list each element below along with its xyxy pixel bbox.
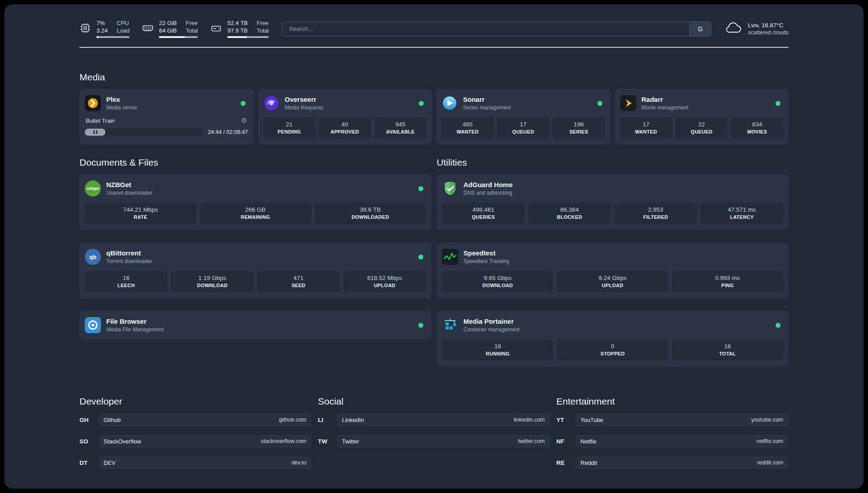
status-dot <box>418 323 423 328</box>
stat-label: PENDING <box>266 129 313 134</box>
youtube-icon: YT <box>556 417 575 423</box>
portainer-icon <box>442 317 458 333</box>
section-title-utilities: Utilities <box>437 157 789 168</box>
app-card-filebrowser[interactable]: File Browser Media File Management <box>79 311 431 339</box>
stat-tile: 39.6 TB DOWNLOADED <box>315 203 426 224</box>
memory-widget: 22 GiB Free 64 GiB Total <box>142 20 198 38</box>
stat-tile: 266 GB REMAINING <box>200 203 311 224</box>
disk-progress-bar <box>227 36 269 38</box>
stat-value: 2,953 <box>617 206 694 213</box>
stat-tile: 471 SEED <box>257 271 340 292</box>
link-dev[interactable]: DEV dev.to <box>98 456 312 469</box>
app-subtitle: Movie management <box>642 104 771 111</box>
app-card-speedtest[interactable]: Speedtest Speedtest Tracking 9.65 Gbps D… <box>437 242 789 298</box>
app-name: qBittorrent <box>106 249 413 257</box>
stat-value: 47.571 ms <box>703 206 780 213</box>
app-card-portainer[interactable]: Media Portainer Container management 16 … <box>437 311 789 367</box>
stat-label: MOVIES <box>734 129 781 134</box>
app-card-plex[interactable]: Plex Media server Bullet Train ⚙ 24:44 <box>79 89 254 145</box>
search-engine-button[interactable]: G <box>689 22 711 36</box>
playback-progress-bar[interactable] <box>85 129 202 136</box>
link-netflix[interactable]: Netflix netflix.com <box>575 435 789 448</box>
link-reddit[interactable]: Reddit reddit.com <box>575 456 789 469</box>
app-name: Speedtest <box>463 249 783 257</box>
developer-links-section: Developer GH Github github.com SO StackO… <box>79 396 312 469</box>
stat-label: AVAILABLE <box>377 129 424 134</box>
app-subtitle: Media Requests <box>285 104 414 111</box>
stat-label: TOTAL <box>675 351 780 356</box>
stat-value: 16 <box>445 343 551 350</box>
app-card-sonarr[interactable]: Sonarr Series management 485 WANTED 17 Q… <box>436 89 610 145</box>
app-card-overseerr[interactable]: Overseerr Media Requests 21 PENDING 40 A… <box>258 89 432 145</box>
link-twitter[interactable]: Twitter twitter.com <box>337 435 550 448</box>
search-input[interactable] <box>283 22 689 36</box>
app-name: Radarr <box>642 96 771 103</box>
documents-section: Documents & Files nzbget NZBGet Usenet d… <box>79 157 431 367</box>
link-youtube[interactable]: YouTube youtube.com <box>575 413 789 426</box>
memory-total-value: 64 GiB <box>159 27 177 34</box>
pause-icon[interactable] <box>85 129 105 136</box>
memory-free-value: 22 GiB <box>159 20 177 26</box>
section-title-social: Social <box>318 396 550 407</box>
stat-tile: 17 WANTED <box>620 117 672 138</box>
disk-total-value: 97.9 TB <box>227 27 247 34</box>
stat-tile: 945 AVAILABLE <box>375 117 427 138</box>
topbar: 7% CPU 3.24 Load 22 <box>79 20 789 38</box>
cpu-usage-label: CPU <box>117 20 129 26</box>
status-dot <box>597 101 602 106</box>
stat-label: QUERIES <box>445 214 522 220</box>
cpu-icon <box>79 20 91 34</box>
stat-value: 498,461 <box>445 206 522 213</box>
app-card-nzbget[interactable]: nzbget NZBGet Usenet downloader 744.21 M… <box>79 174 431 230</box>
netflix-icon: NF <box>556 438 575 445</box>
stat-tile: 2,953 FILTERED <box>614 203 697 224</box>
stat-tile: 86,384 BLOCKED <box>528 203 611 224</box>
stat-label: SEED <box>260 283 337 288</box>
stat-label: LATENCY <box>703 214 780 220</box>
stat-tile: 618.52 Mbps UPLOAD <box>343 271 426 292</box>
stat-tile: 0 STOPPED <box>557 339 668 360</box>
stat-tile: 16 TOTAL <box>672 339 783 360</box>
disk-icon <box>210 20 222 34</box>
link-item-github: GH Github github.com <box>79 413 312 426</box>
app-card-qbittorrent[interactable]: qb qBittorrent Torrent downloader 16 LEE… <box>79 242 431 298</box>
stat-value: 17 <box>500 121 547 128</box>
stat-value: 834 <box>734 121 781 128</box>
stat-tile: 0.993 ms PING <box>672 271 783 292</box>
link-stackoverflow[interactable]: StackOverflow stackoverflow.com <box>98 435 312 448</box>
now-playing-widget: Bullet Train ⚙ 24:44 / 02:06:47 <box>85 117 248 136</box>
stat-value: 40 <box>321 121 368 128</box>
stat-value: 22 <box>678 121 725 128</box>
cpu-usage-value: 7% <box>96 20 108 26</box>
link-item-twitter: TW Twitter twitter.com <box>318 435 550 448</box>
link-item-dev: DT DEV dev.to <box>79 456 312 469</box>
app-name: Overseerr <box>285 96 414 103</box>
link-item-stackoverflow: SO StackOverflow stackoverflow.com <box>79 435 312 448</box>
stat-label: STOPPED <box>559 351 665 356</box>
app-name: AdGuard Home <box>463 181 783 188</box>
stat-label: UPLOAD <box>559 283 665 288</box>
link-github[interactable]: Github github.com <box>98 413 312 426</box>
stat-label: DOWNLOAD <box>174 283 251 288</box>
settings-gear-icon[interactable]: ⚙ <box>241 117 247 125</box>
link-item-reddit: RE Reddit reddit.com <box>556 456 789 469</box>
sonarr-icon <box>442 95 458 111</box>
disk-total-label: Total <box>257 27 269 34</box>
ram-icon <box>142 20 154 34</box>
status-dot <box>776 323 780 328</box>
stat-value: 16 <box>675 343 780 350</box>
app-card-radarr[interactable]: Radarr Movie management 17 WANTED 22 QUE… <box>615 89 789 145</box>
cpu-load-value: 3.24 <box>96 27 108 34</box>
speedtest-icon <box>442 249 458 265</box>
section-title-developer: Developer <box>79 396 312 407</box>
stat-value: 196 <box>555 121 602 128</box>
app-subtitle: Torrent downloader <box>106 258 413 264</box>
app-card-adguard[interactable]: AdGuard Home DNS and adblocking 498,461 … <box>437 174 789 230</box>
app-subtitle: Media File Management <box>106 326 413 333</box>
entertainment-links-section: Entertainment YT YouTube youtube.com NF … <box>556 396 789 469</box>
app-name: NZBGet <box>106 181 413 188</box>
dashboard-window: 7% CPU 3.24 Load 22 <box>4 4 864 489</box>
app-name: Sonarr <box>463 96 592 103</box>
stat-tile: 47.571 ms LATENCY <box>701 203 783 224</box>
link-linkedin[interactable]: LinkedIn linkedin.com <box>337 413 550 426</box>
